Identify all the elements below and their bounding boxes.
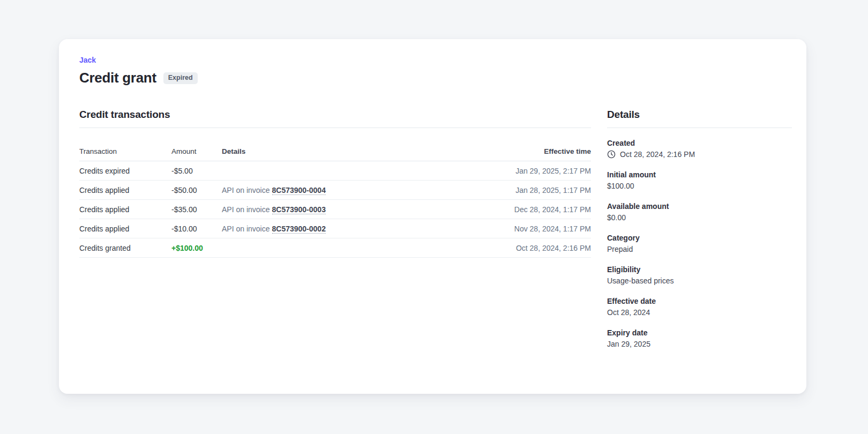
- detail-item-category: Category Prepaid: [607, 234, 792, 253]
- detail-item-created: Created Oct 28, 2024, 2:16 PM: [607, 139, 792, 159]
- credit-grant-card: Jack Credit grant Expired Credit transac…: [59, 39, 806, 394]
- detail-label: Available amount: [607, 202, 792, 211]
- table-row: Credits applied -$50.00 API on invoice8C…: [79, 181, 591, 200]
- credit-transactions-title: Credit transactions: [79, 109, 591, 121]
- table-header-row: Transaction Amount Details Effective tim…: [79, 142, 591, 161]
- transactions-table: Transaction Amount Details Effective tim…: [79, 142, 591, 258]
- column-header-transaction: Transaction: [79, 147, 171, 155]
- invoice-link[interactable]: 8C573900-0003: [272, 205, 326, 214]
- transaction-type: Credits applied: [79, 186, 171, 194]
- detail-value: Prepaid: [607, 245, 792, 253]
- table-row: Credits granted +$100.00 Oct 28, 2024, 2…: [79, 238, 591, 258]
- transaction-type: Credits expired: [79, 167, 171, 175]
- detail-value: Oct 28, 2024: [607, 308, 792, 317]
- detail-item-eligibility: Eligibility Usage-based prices: [607, 265, 792, 285]
- breadcrumb-customer-link[interactable]: Jack: [79, 56, 96, 64]
- details-prefix: API on invoice: [222, 205, 270, 214]
- transaction-amount: -$35.00: [171, 205, 222, 214]
- detail-label: Eligibility: [607, 265, 792, 274]
- detail-label: Effective date: [607, 297, 792, 305]
- transaction-type: Credits applied: [79, 205, 171, 214]
- clock-icon: [607, 150, 616, 159]
- detail-item-effective-date: Effective date Oct 28, 2024: [607, 297, 792, 317]
- detail-value: Usage-based prices: [607, 276, 792, 285]
- section-divider: [607, 128, 792, 128]
- column-header-details: Details: [222, 147, 478, 155]
- detail-label: Created: [607, 139, 792, 147]
- title-row: Credit grant Expired: [79, 70, 792, 86]
- transaction-details: API on invoice8C573900-0004: [222, 186, 478, 194]
- detail-label: Expiry date: [607, 328, 792, 337]
- section-divider: [79, 128, 591, 128]
- credit-transactions-section: Credit transactions Transaction Amount D…: [79, 109, 591, 360]
- detail-label: Category: [607, 234, 792, 242]
- content-columns: Credit transactions Transaction Amount D…: [79, 109, 792, 360]
- detail-value: $0.00: [607, 213, 792, 222]
- transaction-type: Credits applied: [79, 225, 171, 233]
- transaction-effective-time: Dec 28, 2024, 1:17 PM: [478, 205, 591, 214]
- transaction-details: API on invoice8C573900-0002: [222, 225, 478, 233]
- details-title: Details: [607, 109, 792, 121]
- transaction-amount: -$50.00: [171, 186, 222, 194]
- page-title: Credit grant: [79, 70, 156, 86]
- details-prefix: API on invoice: [222, 186, 270, 194]
- detail-value: Oct 28, 2024, 2:16 PM: [607, 150, 792, 159]
- transaction-effective-time: Jan 29, 2025, 2:17 PM: [478, 167, 591, 175]
- transaction-effective-time: Oct 28, 2024, 2:16 PM: [478, 244, 591, 252]
- detail-value: $100.00: [607, 182, 792, 190]
- table-row: Credits applied -$35.00 API on invoice8C…: [79, 200, 591, 219]
- transaction-effective-time: Jan 28, 2025, 1:17 PM: [478, 186, 591, 194]
- details-list: Created Oct 28, 2024, 2:16 PM Initial am…: [607, 139, 792, 348]
- column-header-amount: Amount: [171, 147, 222, 155]
- invoice-link[interactable]: 8C573900-0002: [272, 225, 326, 234]
- invoice-link[interactable]: 8C573900-0004: [272, 186, 326, 195]
- detail-item-available-amount: Available amount $0.00: [607, 202, 792, 222]
- transaction-amount: -$5.00: [171, 167, 222, 175]
- transaction-amount: +$100.00: [171, 244, 222, 252]
- detail-label: Initial amount: [607, 170, 792, 179]
- detail-item-expiry-date: Expiry date Jan 29, 2025: [607, 328, 792, 348]
- table-row: Credits expired -$5.00 Jan 29, 2025, 2:1…: [79, 161, 591, 181]
- detail-value: Jan 29, 2025: [607, 340, 792, 348]
- transaction-details: API on invoice8C573900-0003: [222, 205, 478, 214]
- transaction-amount: -$10.00: [171, 225, 222, 233]
- table-row: Credits applied -$10.00 API on invoice8C…: [79, 219, 591, 238]
- created-timestamp: Oct 28, 2024, 2:16 PM: [620, 150, 695, 159]
- details-section: Details Created Oct 28, 2024, 2:16 PM: [607, 109, 792, 360]
- transaction-type: Credits granted: [79, 244, 171, 252]
- transaction-effective-time: Nov 28, 2024, 1:17 PM: [478, 225, 591, 233]
- details-prefix: API on invoice: [222, 225, 270, 233]
- column-header-effective-time: Effective time: [478, 147, 591, 155]
- detail-item-initial-amount: Initial amount $100.00: [607, 170, 792, 190]
- status-badge: Expired: [163, 72, 198, 84]
